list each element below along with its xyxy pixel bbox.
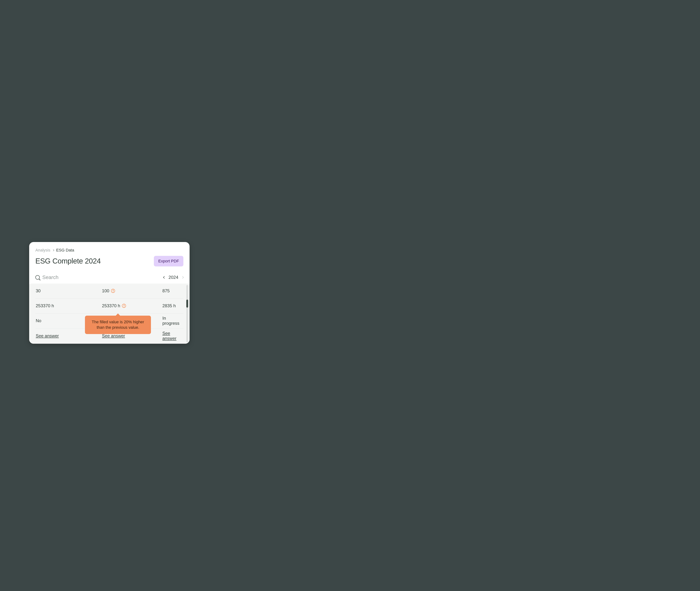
main-card: Analysis ESG Data ESG Complete 2024 Expo…: [29, 242, 190, 344]
cell-value: 100: [83, 288, 131, 293]
page-title: ESG Complete 2024: [36, 257, 101, 265]
title-row: ESG Complete 2024 Export PDF: [36, 256, 183, 266]
cell-value: 253370 h: [36, 303, 83, 308]
cell-value: 253370 h: [83, 303, 131, 308]
table-row: 253370 h 253370 h 2835 h: [36, 299, 183, 314]
search-field[interactable]: [36, 274, 97, 280]
warning-tooltip: The filled value is 20% higher than the …: [85, 316, 151, 334]
breadcrumb-current: ESG Data: [56, 248, 74, 253]
cell-value: No: [36, 318, 83, 323]
table-row: 30 100 875: [36, 283, 183, 299]
see-answer-link[interactable]: See answer: [36, 333, 83, 338]
cell-value: 2835 h: [131, 303, 179, 308]
data-grid: 30 100 875 253370 h 253370 h 2835 h No I…: [29, 283, 190, 344]
search-icon: [36, 275, 40, 279]
cell-value: 30: [36, 288, 83, 293]
toolbar: 2024: [36, 274, 183, 280]
chevron-right-icon: [52, 249, 54, 251]
app-background: Analysis ESG Data ESG Complete 2024 Expo…: [0, 203, 219, 388]
warning-icon[interactable]: [111, 289, 115, 293]
cell-text: 100: [102, 288, 109, 293]
cell-value: 875: [131, 288, 179, 293]
scrollbar-track[interactable]: [186, 285, 188, 342]
year-value: 2024: [169, 275, 178, 280]
cell-text: 253370 h: [102, 303, 120, 308]
chevron-left-icon[interactable]: [163, 276, 166, 278]
breadcrumb-parent[interactable]: Analysis: [36, 248, 50, 253]
breadcrumb: Analysis ESG Data: [36, 248, 183, 253]
export-pdf-button[interactable]: Export PDF: [154, 256, 183, 266]
search-input[interactable]: [42, 274, 97, 280]
scrollbar-thumb[interactable]: [186, 300, 188, 308]
warning-icon[interactable]: [122, 304, 126, 308]
year-navigator: 2024: [164, 275, 183, 280]
chevron-right-icon[interactable]: [181, 276, 184, 278]
